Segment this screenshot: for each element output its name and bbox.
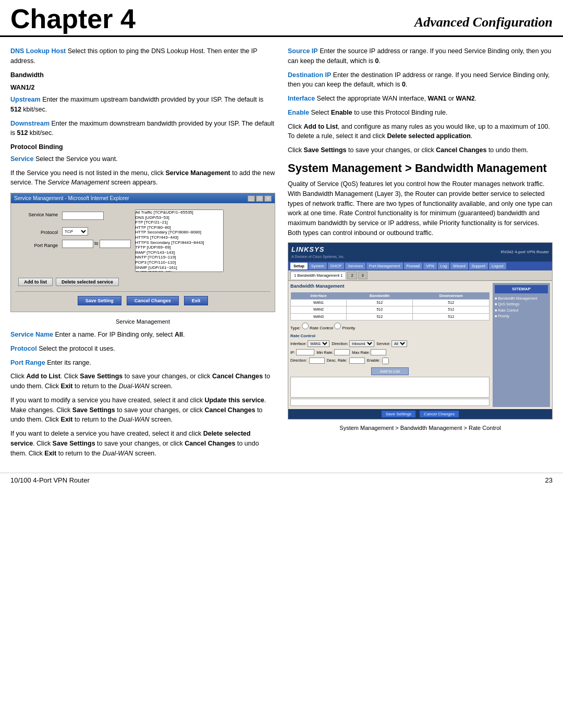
nav-wizard[interactable]: Wizard — [450, 263, 468, 269]
page-header: Chapter 4 Advanced Configuration — [0, 0, 563, 37]
subtab-2[interactable]: 2 — [347, 272, 357, 279]
linksys-screenshot: LINKSYS A Division of Cisco Systems, Inc… — [288, 242, 553, 420]
maximize-icon: □ — [256, 195, 263, 202]
subtab-bw1[interactable]: 1 Bandwidth Management 1 — [290, 272, 346, 279]
nav-firewall[interactable]: Firewall — [404, 263, 423, 269]
rc-form-area2: IP: Min Rate: Max Rate: — [290, 349, 489, 355]
nav-system[interactable]: System — [309, 263, 327, 269]
cancel-changes-button[interactable]: Cancel Changes — [127, 296, 179, 305]
screenshot-button-row: Save Setting Cancel Changes Exit — [15, 296, 271, 305]
lk-save-settings-button[interactable]: Save Settings — [382, 411, 415, 417]
add-to-list-note: Click — [288, 123, 304, 130]
wan1-bold: WAN1 — [427, 95, 446, 102]
rc-service-select[interactable]: All — [391, 340, 407, 347]
click-add5: to return to the — [73, 382, 119, 390]
click-add-para: Click Add to List. Click Save Settings t… — [10, 372, 275, 391]
rc-interface-row: Interface: WAN1 — [290, 340, 329, 347]
source-ip-text: Enter the source IP address or range. If… — [288, 47, 551, 65]
linksys-main-content: Bandwidth Management Interface Bandwidth… — [290, 283, 493, 407]
nav-log[interactable]: Log — [438, 263, 450, 269]
click-add3: to save your changes, or click — [123, 373, 212, 380]
delete-note6: screen. — [133, 450, 156, 457]
port-range-end[interactable] — [100, 240, 131, 248]
dest-ip-para: Destination IP Enter the destination IP … — [288, 70, 553, 90]
save-settings-bold3: Save Settings — [53, 440, 95, 447]
dual-wan-italic-left: Dual-WAN — [119, 382, 150, 390]
rc-maxrate-input[interactable] — [371, 349, 386, 355]
upstream-text2: kbit/sec. — [21, 106, 47, 113]
add-to-list-button[interactable]: Add to list — [18, 278, 53, 286]
port-range-para: Port Range Enter its range. — [10, 358, 275, 368]
downstream-para: Downstream Enter the maximum downstream … — [10, 119, 275, 139]
rc-maxrate-row: Max Rate: — [352, 349, 386, 355]
interface-term: Interface — [288, 95, 315, 102]
page-footer: 10/100 4-Port VPN Router 23 — [0, 473, 563, 487]
rc-misc-row: Direction: Desc. Rate: Enable: — [290, 357, 489, 364]
table-row: WAN2 512 512 — [291, 306, 489, 314]
subtab-3[interactable]: 3 — [358, 272, 368, 279]
rc-enable-checkbox[interactable] — [382, 357, 389, 364]
nav-setup[interactable]: Setup — [290, 263, 308, 269]
screenshot-controls: _ □ × — [248, 195, 272, 202]
add-to-list-right-para: Click Add to List, and configure as many… — [288, 122, 553, 142]
upstream-bold: 512 — [10, 106, 21, 113]
rc-desc-input[interactable] — [349, 357, 365, 364]
bw-type-label: Type: — [290, 326, 302, 330]
sitemap-item-2: ■ QoS Settings — [495, 301, 548, 307]
delete-note2: . Click — [33, 440, 53, 447]
rc-interface-select[interactable]: WAN1 — [308, 340, 329, 347]
enable-bold: Enable — [331, 109, 352, 116]
nav-logout[interactable]: Logout — [489, 263, 506, 269]
rc-minrate-label: Min Rate: — [316, 350, 333, 355]
service-name-input[interactable] — [62, 212, 104, 220]
main-content: DNS Lookup Host Select this option to pi… — [0, 37, 563, 467]
cell-iface2: WAN2 — [291, 306, 347, 314]
delete-note: If you want to delete a service you have… — [10, 430, 203, 437]
nav-vpn[interactable]: VPN — [423, 263, 436, 269]
nav-support[interactable]: Support — [469, 263, 488, 269]
click-add-text: Click — [10, 373, 27, 380]
cancel-changes-bold2: Cancel Changes — [204, 406, 255, 414]
rc-service-label: Service: — [376, 341, 390, 347]
priority-radio[interactable] — [334, 323, 341, 329]
rc-list-area — [290, 377, 489, 398]
table-row: WAN1 512 512 — [291, 299, 489, 306]
exit-button[interactable]: Exit — [184, 296, 209, 305]
right-column: Source IP Enter the source IP address or… — [288, 46, 553, 462]
service-listbox[interactable]: All Traffic [TCP&UDP/1~65535]DNS [UDP/53… — [135, 209, 224, 272]
port-range-start[interactable] — [62, 240, 93, 248]
lk-cancel-changes-button[interactable]: Cancel Changes — [420, 411, 459, 417]
protocol-select[interactable]: TCP — [62, 227, 88, 236]
rc-direction-label: Direction: — [332, 341, 348, 347]
rc-minrate-input[interactable] — [334, 349, 350, 355]
save-setting-button[interactable]: Save Setting — [78, 296, 121, 305]
nav-port[interactable]: Port Management — [366, 263, 403, 269]
col-bandwidth: Bandwidth — [347, 292, 413, 300]
dest-ip-term: Destination IP — [288, 71, 331, 79]
cancel-changes-bold3: Cancel Changes — [185, 440, 235, 447]
screenshot-body: Service Name Protocol Port Range TCP — [11, 203, 275, 312]
save-settings-note2: to save your changes, or click — [347, 146, 436, 154]
bw-type-row: Type: Rate Control Priority — [290, 323, 489, 331]
service-text: Select the Service you want. — [33, 155, 117, 163]
upstream-text: Enter the maximum upstream bandwidth pro… — [41, 96, 264, 103]
save-settings-bold2: Save Settings — [72, 406, 115, 414]
nav-dhcp[interactable]: DHCP — [328, 263, 344, 269]
lk-add-to-list-button[interactable]: Add to List — [371, 367, 409, 375]
rc-ip-input[interactable] — [296, 349, 314, 355]
cell-bw1: 512 — [347, 299, 413, 306]
service-note-para: If the Service you need is not listed in… — [10, 168, 275, 188]
rc-direction-select[interactable]: Inbound — [349, 340, 374, 347]
cancel-changes-right-bold: Cancel Changes — [436, 146, 486, 154]
service-mgmt-bold: Service Management — [165, 169, 230, 177]
delete-service-button[interactable]: Delete selected service — [56, 278, 119, 286]
protocol-binding-heading: Protocol Binding — [10, 142, 275, 152]
footer-right: 23 — [545, 476, 553, 484]
sys-mgmt-heading: System Management > Bandwidth Management — [288, 162, 553, 175]
nav-services[interactable]: Services — [345, 263, 365, 269]
rc-direction-row: Direction: Inbound — [332, 340, 374, 347]
rc-direction2-input[interactable] — [309, 357, 325, 364]
cell-bw2: 512 — [347, 306, 413, 314]
rate-control-radio[interactable] — [302, 323, 309, 329]
dual-wan-italic2: Dual-WAN — [119, 416, 150, 423]
